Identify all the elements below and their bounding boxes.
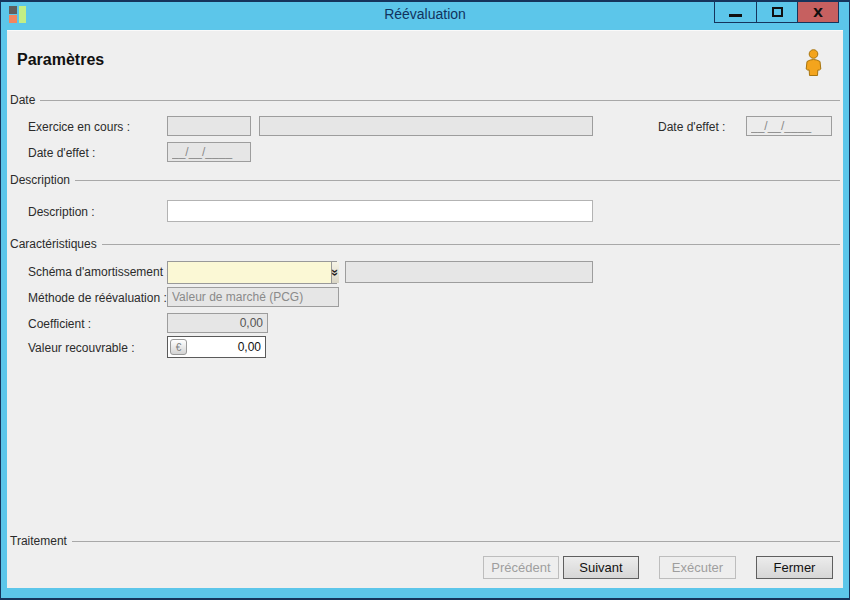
group-caracteristiques: Caractéristiques (10, 237, 840, 251)
valeur-recouvrable-label: Valeur recouvrable : (28, 341, 135, 355)
double-chevron-down-icon: » (328, 269, 343, 276)
maximize-icon (772, 7, 783, 17)
minimize-icon (729, 14, 742, 17)
group-traitement: Traitement (10, 534, 840, 548)
schema-label: Schéma d'amortissement : (28, 265, 170, 279)
schema-combo-input[interactable] (168, 262, 331, 283)
valeur-recouvrable-field[interactable]: € 0,00 (167, 336, 266, 358)
fermer-button[interactable]: Fermer (756, 556, 833, 579)
exercice-name-field (259, 116, 593, 136)
date-effet-label: Date d'effet : (28, 146, 95, 160)
close-icon: X (813, 6, 823, 19)
schema-combobox[interactable]: » (167, 261, 337, 284)
coefficient-label: Coefficient : (28, 317, 91, 331)
euro-currency-button[interactable]: € (170, 339, 187, 355)
minimize-button[interactable] (715, 2, 756, 22)
window-controls: X (714, 2, 839, 23)
description-label: Description : (28, 205, 95, 219)
valeur-recouvrable-value: 0,00 (191, 340, 261, 354)
date-effet-field (167, 142, 251, 162)
description-input[interactable] (167, 200, 593, 222)
group-date-line (40, 100, 840, 101)
group-traitement-label: Traitement (10, 534, 67, 548)
group-traitement-line (72, 541, 840, 542)
page-title: Paramètres (17, 51, 104, 69)
close-button[interactable]: X (797, 2, 838, 22)
schema-name-field (345, 261, 593, 283)
date-effet-right-label: Date d'effet : (658, 120, 725, 134)
methode-field (167, 287, 339, 307)
group-caracteristiques-line (102, 244, 840, 245)
group-caracteristiques-label: Caractéristiques (10, 237, 97, 251)
suivant-button[interactable]: Suivant (563, 556, 639, 579)
user-icon (802, 48, 825, 78)
precedent-button: Précédent (483, 556, 559, 579)
euro-icon: € (176, 342, 182, 353)
group-date: Date (10, 93, 840, 107)
group-description-label: Description (10, 173, 70, 187)
exercice-label: Exercice en cours : (28, 120, 130, 134)
schema-combo-dropdown-button[interactable]: » (331, 262, 339, 283)
exercice-code-field (167, 116, 251, 136)
date-effet-right-field (746, 116, 832, 136)
dialog-body: Paramètres Date Exercice en cours : Date… (7, 30, 843, 588)
group-description-line (75, 180, 840, 181)
titlebar[interactable]: Réévaluation X (1, 2, 849, 28)
group-description: Description (10, 173, 840, 187)
group-date-label: Date (10, 93, 35, 107)
methode-label: Méthode de réévaluation : (28, 291, 167, 305)
executer-button: Exécuter (659, 556, 736, 579)
maximize-button[interactable] (756, 2, 797, 22)
coefficient-field (167, 313, 268, 333)
reevaluation-window: Réévaluation X Paramètres Date Exercice … (0, 0, 850, 600)
